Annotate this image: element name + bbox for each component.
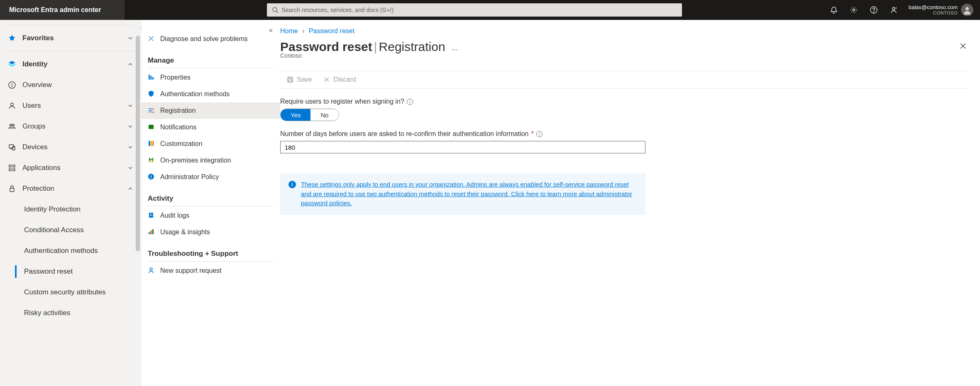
svg-rect-33	[149, 232, 150, 234]
blade-label-diagnose: Diagnose and solve problems	[160, 35, 248, 43]
sidebar-item-devices[interactable]: Devices	[0, 137, 141, 158]
sidebar-item-users[interactable]: Users	[0, 95, 141, 116]
applications-icon	[7, 163, 17, 172]
help-icon[interactable]	[864, 0, 884, 20]
blade-section-activity: Activity	[141, 185, 280, 206]
notifications-icon	[148, 124, 155, 131]
avatar	[961, 4, 973, 16]
sidebar-item-protection[interactable]: Protection	[0, 178, 141, 199]
sidebar-item-overview[interactable]: Overview	[0, 75, 141, 95]
command-bar: Save Discard	[280, 70, 969, 89]
sidebar-sub-conditional-access[interactable]: Conditional Access	[0, 220, 141, 240]
blade-item-auth-methods[interactable]: Authentication methods	[141, 86, 280, 102]
feedback-icon[interactable]	[884, 0, 904, 20]
blade-item-diagnose[interactable]: Diagnose and solve problems	[141, 31, 280, 47]
blade-item-usage[interactable]: Usage & insights	[141, 224, 280, 240]
blade-section-manage: Manage	[141, 47, 280, 68]
blade-label-customization: Customization	[160, 140, 202, 148]
customization-icon	[148, 140, 155, 148]
chevron-down-icon	[127, 103, 133, 109]
days-input[interactable]	[280, 141, 645, 153]
blade-nav: « Diagnose and solve problems Manage Pro…	[141, 20, 280, 386]
support-icon	[148, 267, 155, 274]
info-banner-icon: i	[288, 181, 296, 188]
more-actions-icon[interactable]: ⋯	[451, 46, 459, 53]
users-icon	[7, 101, 17, 110]
info-banner-link[interactable]: These settings only apply to end users i…	[301, 180, 637, 208]
sidebar-sub-custom-security[interactable]: Custom security attributes	[0, 282, 141, 303]
sidebar-item-favorites[interactable]: Favorites	[0, 28, 141, 49]
discard-button[interactable]: Discard	[318, 71, 361, 88]
sidebar-item-groups[interactable]: Groups	[0, 116, 141, 137]
blade-item-customization[interactable]: Customization	[141, 136, 280, 152]
sidebar-label-users: Users	[22, 102, 122, 110]
svg-rect-26	[151, 141, 152, 146]
svg-rect-23	[152, 77, 154, 80]
save-icon	[287, 76, 293, 83]
search-input[interactable]	[282, 7, 677, 13]
user-menu[interactable]: balas@contoso.com CONTOSO	[904, 4, 977, 16]
sidebar-scrollbar[interactable]	[135, 20, 141, 386]
chevron-down-icon	[127, 124, 133, 129]
svg-rect-16	[9, 165, 11, 167]
svg-line-1	[276, 11, 278, 13]
search-box[interactable]	[267, 3, 682, 17]
svg-point-2	[853, 9, 855, 11]
discard-label: Discard	[333, 76, 356, 83]
shield-icon	[148, 90, 155, 98]
svg-rect-21	[149, 75, 150, 80]
svg-point-5	[892, 7, 895, 10]
require-register-label: Require users to register when signing i…	[280, 98, 645, 105]
sidebar-item-applications[interactable]: Applications	[0, 158, 141, 178]
svg-point-10	[11, 103, 14, 106]
info-icon[interactable]: i	[407, 99, 413, 105]
breadcrumb-home[interactable]: Home	[280, 27, 298, 34]
overview-icon	[7, 80, 17, 90]
groups-icon	[7, 122, 17, 131]
svg-rect-17	[13, 165, 15, 167]
breadcrumb-password-reset[interactable]: Password reset	[309, 27, 354, 34]
collapse-blade-icon[interactable]: «	[269, 27, 273, 34]
settings-icon[interactable]	[844, 0, 864, 20]
page-title: Password reset|Registration	[280, 40, 445, 54]
user-email: balas@contoso.com	[909, 4, 958, 11]
diagnose-icon	[148, 35, 155, 43]
sidebar-item-identity[interactable]: Identity	[0, 54, 141, 75]
blade-item-admin-policy[interactable]: i Administrator Policy	[141, 169, 280, 185]
blade-item-notifications[interactable]: Notifications	[141, 119, 280, 136]
toggle-yes[interactable]: Yes	[281, 109, 310, 121]
svg-rect-25	[149, 141, 150, 146]
top-bar: Microsoft Entra admin center balas@conto…	[0, 0, 980, 20]
svg-rect-20	[10, 188, 14, 192]
blade-item-properties[interactable]: Properties	[141, 69, 280, 86]
sidebar-sub-identity-protection[interactable]: Identity Protection	[0, 199, 141, 220]
svg-point-0	[273, 7, 277, 12]
info-icon[interactable]: i	[536, 131, 543, 137]
blade-item-onprem[interactable]: On-premises integration	[141, 152, 280, 169]
save-button[interactable]: Save	[282, 71, 317, 88]
chevron-down-icon	[127, 144, 133, 150]
close-blade-icon[interactable]	[957, 40, 969, 52]
blade-item-audit-logs[interactable]: Audit logs	[141, 207, 280, 224]
blade-label-audit: Audit logs	[160, 212, 189, 219]
notifications-icon[interactable]	[824, 0, 844, 20]
brand-label[interactable]: Microsoft Entra admin center	[0, 0, 125, 20]
audit-icon	[148, 212, 155, 219]
properties-icon	[148, 74, 155, 81]
svg-rect-24	[149, 125, 154, 129]
sidebar-sub-risky-activities[interactable]: Risky activities	[0, 303, 141, 323]
blade-item-support[interactable]: New support request	[141, 262, 280, 279]
sidebar-label-favorites: Favorites	[22, 34, 122, 42]
sidebar-sub-auth-methods[interactable]: Authentication methods	[0, 240, 141, 261]
require-register-toggle[interactable]: Yes No	[280, 109, 339, 121]
svg-rect-22	[151, 76, 152, 80]
chevron-up-icon	[127, 186, 133, 192]
sidebar-sub-password-reset[interactable]: Password reset	[0, 261, 141, 282]
blade-item-registration[interactable]: Registration	[141, 102, 280, 119]
toggle-no[interactable]: No	[310, 109, 338, 121]
breadcrumb-sep: ›	[302, 27, 304, 34]
admin-policy-icon: i	[148, 173, 155, 181]
usage-icon	[148, 228, 155, 236]
svg-rect-18	[9, 169, 11, 171]
blade-label-onprem: On-premises integration	[160, 157, 231, 164]
